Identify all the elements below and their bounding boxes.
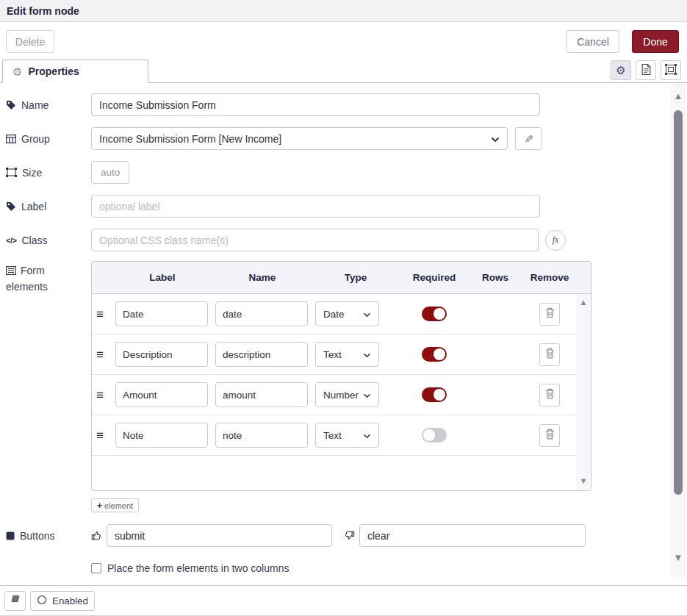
submit-button-input[interactable] [107, 524, 332, 547]
label-input[interactable] [91, 195, 540, 218]
size-button[interactable]: auto [91, 161, 129, 184]
class-input[interactable] [91, 229, 539, 251]
dialog-footer: Enabled [0, 585, 687, 615]
form-elements-field-label-group: Form elements [6, 262, 87, 296]
tab-properties[interactable]: ⚙ Properties [2, 60, 148, 83]
chevron-down-icon [363, 390, 371, 401]
element-label-input[interactable] [115, 382, 208, 407]
table-scrollbar[interactable]: ▲ ▼ [576, 294, 591, 491]
add-element-label: element [104, 501, 133, 510]
chevron-down-icon [363, 309, 371, 320]
toggle-knob [423, 429, 435, 441]
table-icon [6, 135, 16, 143]
drag-handle-icon[interactable]: ≡ [96, 429, 104, 443]
tab-properties-label: Properties [28, 65, 79, 77]
scroll-down-icon[interactable]: ▼ [580, 477, 588, 485]
trash-icon [545, 307, 555, 320]
size-field-label-group: Size [6, 167, 91, 179]
two-columns-label: Place the form elements in two columns [107, 562, 289, 574]
required-toggle[interactable] [422, 428, 447, 443]
element-name-input[interactable] [215, 382, 308, 407]
delete-element-button[interactable] [539, 424, 560, 447]
plus-icon: + [97, 501, 102, 511]
toggle-knob [434, 389, 445, 401]
name-field-label-group: Name [6, 99, 91, 111]
tag-icon [6, 201, 16, 212]
scrollbar-thumb[interactable] [674, 110, 683, 495]
name-label: Name [21, 99, 48, 111]
element-label-input[interactable] [115, 301, 208, 326]
size-icon [6, 168, 17, 177]
col-header-name: Name [212, 272, 312, 283]
group-select-value: Income Submission Form [New Income] [99, 133, 491, 145]
drag-handle-icon[interactable]: ≡ [96, 388, 104, 402]
element-type-select[interactable]: Number [315, 382, 379, 407]
enabled-toggle-button[interactable]: Enabled [30, 591, 95, 611]
tab-toolbar: ⚙ [611, 60, 681, 80]
scroll-down-icon[interactable]: ▼ [674, 552, 683, 563]
element-name-input[interactable] [215, 342, 308, 367]
main-scrollbar[interactable]: ▲ ▼ [671, 83, 686, 577]
fx-button[interactable]: fx [545, 230, 566, 251]
group-label: Group [21, 133, 50, 145]
two-columns-checkbox[interactable] [91, 563, 101, 573]
thumbs-down-icon [344, 530, 355, 541]
list-icon [6, 266, 16, 275]
delete-element-button[interactable] [539, 303, 560, 326]
trash-icon [545, 388, 555, 401]
required-toggle[interactable] [422, 307, 447, 321]
code-icon: </> [6, 236, 16, 245]
properties-view-button[interactable]: ⚙ [611, 60, 631, 80]
node-help-button[interactable] [4, 591, 26, 611]
table-row: ≡ Text [92, 415, 576, 456]
group-field-label-group: Group [6, 133, 91, 145]
required-toggle[interactable] [422, 347, 447, 362]
thumbs-up-icon [91, 530, 102, 541]
drag-handle-icon[interactable]: ≡ [96, 307, 104, 321]
buttons-label: Buttons [20, 530, 54, 542]
book-icon [10, 595, 21, 606]
name-input[interactable] [91, 93, 540, 116]
group-select[interactable]: Income Submission Form [New Income] [91, 127, 508, 150]
element-type-select[interactable]: Text [315, 423, 379, 448]
properties-panel: Name Group Income Submission Form [New I… [0, 83, 687, 585]
tab-bar: ⚙ Properties ⚙ [0, 59, 687, 83]
required-toggle[interactable] [422, 387, 447, 402]
element-type-select[interactable]: Date [315, 301, 379, 326]
scroll-up-icon[interactable]: ▲ [580, 298, 588, 307]
done-button[interactable]: Done [632, 30, 679, 53]
trash-icon [545, 429, 555, 442]
element-type-value: Number [323, 390, 363, 401]
element-name-input[interactable] [215, 301, 308, 326]
form-elements-table-header: Label Name Type Required Rows Remove [92, 262, 591, 294]
clear-button-input[interactable] [359, 524, 586, 547]
scroll-up-icon[interactable]: ▲ [674, 90, 683, 101]
pencil-icon: ✎ [522, 134, 535, 143]
edit-group-button[interactable]: ✎ [515, 127, 542, 150]
element-label-input[interactable] [115, 342, 208, 367]
col-header-required: Required [399, 272, 470, 283]
form-elements-table: Label Name Type Required Rows Remove ≡ D… [91, 261, 591, 491]
description-view-button[interactable] [636, 60, 656, 80]
delete-button[interactable]: Delete [6, 30, 54, 53]
element-type-value: Text [323, 430, 363, 441]
label-field-label-group: Label [6, 201, 91, 212]
element-name-input[interactable] [215, 423, 308, 448]
object-group-icon [665, 64, 677, 77]
toggle-knob [434, 348, 445, 360]
label-label: Label [21, 201, 46, 212]
table-row: ≡ Text [92, 334, 576, 375]
chevron-down-icon [363, 430, 371, 441]
delete-element-button[interactable] [539, 343, 560, 366]
cancel-button[interactable]: Cancel [566, 30, 619, 53]
element-label-input[interactable] [115, 423, 208, 448]
element-type-select[interactable]: Text [315, 342, 379, 367]
col-header-type: Type [312, 272, 399, 283]
appearance-view-button[interactable] [661, 60, 681, 80]
gear-icon: ⚙ [12, 66, 22, 77]
buttons-field-label-group: Buttons [6, 530, 91, 542]
delete-element-button[interactable] [539, 384, 560, 407]
class-field-label-group: </> Class [6, 234, 91, 246]
drag-handle-icon[interactable]: ≡ [96, 348, 104, 362]
add-element-button[interactable]: + element [91, 498, 139, 512]
